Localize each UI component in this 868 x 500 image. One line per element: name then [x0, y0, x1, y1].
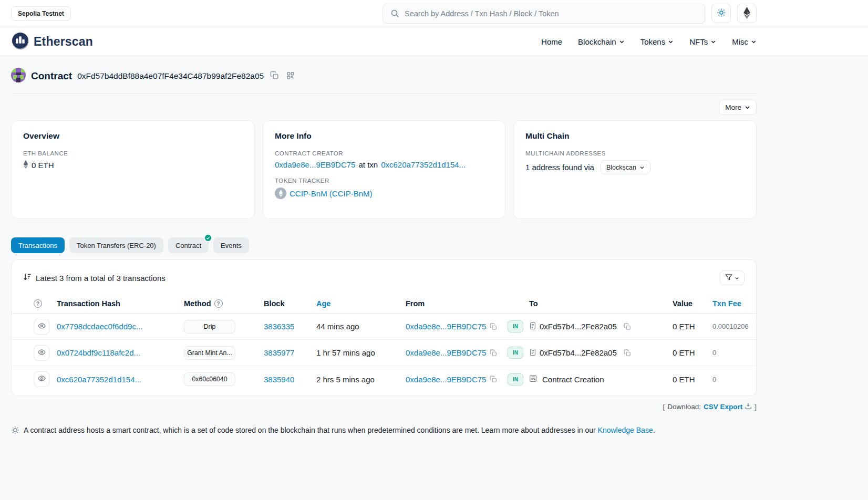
- nav-blockchain[interactable]: Blockchain: [578, 37, 625, 46]
- copy-icon: [270, 71, 279, 81]
- chevron-down-icon: [745, 105, 750, 110]
- contract-address: 0xFd57b4ddBf88a4e07fF4e34C487b99af2Fe82a…: [77, 71, 264, 81]
- txn-hash-link[interactable]: 0x0724bdf9c118afc2d...: [57, 348, 140, 357]
- method-badge[interactable]: 0x60c06040: [184, 372, 235, 386]
- nav-home[interactable]: Home: [541, 37, 562, 46]
- nav-nfts[interactable]: NFTs: [689, 37, 716, 46]
- col-method: Method: [184, 299, 211, 308]
- filter-button[interactable]: [720, 270, 745, 285]
- multichain-addresses-label: MULTICHAIN ADDRESSES: [525, 150, 745, 157]
- info-cards: Overview ETH BALANCE 0 ETH More Info CON…: [11, 120, 757, 219]
- direction-badge: IN: [508, 373, 523, 386]
- txn-fee-text: 0: [712, 349, 716, 357]
- network-badge[interactable]: Sepolia Testnet: [11, 6, 71, 21]
- search-input[interactable]: [405, 9, 698, 18]
- token-tracker-link[interactable]: CCIP-BnM (CCIP-BnM): [290, 189, 373, 198]
- copy-icon[interactable]: [624, 349, 631, 357]
- copy-icon[interactable]: [624, 323, 631, 330]
- csv-export-link[interactable]: CSV Export: [704, 402, 752, 411]
- txn-hash-link[interactable]: 0x7798dcdaec0f6dd9c...: [57, 322, 142, 331]
- eye-preview-button[interactable]: [34, 319, 49, 335]
- verified-check-icon: [204, 234, 212, 242]
- document-icon: [529, 348, 536, 358]
- download-row: [ Download: CSV Export ]: [11, 402, 757, 411]
- network-switch-button[interactable]: [737, 4, 757, 23]
- tab-transactions[interactable]: Transactions: [11, 237, 65, 253]
- download-icon: [745, 402, 752, 411]
- overview-title: Overview: [23, 131, 243, 141]
- copy-icon[interactable]: [490, 376, 497, 383]
- table-row: 0x0724bdf9c118afc2d... Grant Mint An... …: [12, 340, 756, 366]
- blockscan-select[interactable]: Blockscan: [601, 160, 650, 174]
- from-address-link[interactable]: 0xda9e8e...9EB9DC75: [406, 375, 486, 384]
- note-text: A contract address hosts a smart contrac…: [24, 426, 596, 434]
- note-period: .: [653, 426, 655, 434]
- eye-icon: [38, 322, 46, 331]
- creator-txn-link[interactable]: 0xc620a77352d1d154...: [381, 160, 466, 169]
- to-address: 0xFd57b4...2Fe82a05: [540, 322, 617, 331]
- search-bar[interactable]: [383, 4, 705, 24]
- brand-name: Etherscan: [34, 35, 93, 49]
- table-header-row: ? Transaction Hash Method? Block Age Fro…: [12, 294, 756, 314]
- from-address-link[interactable]: 0xda9e8e...9EB9DC75: [406, 348, 486, 357]
- from-address-link[interactable]: 0xda9e8e...9EB9DC75: [406, 322, 486, 331]
- eye-icon: [38, 374, 46, 384]
- title-divider: [11, 93, 757, 93]
- document-icon: [529, 322, 536, 331]
- topbar: Sepolia Testnet: [0, 0, 868, 27]
- col-from: From: [406, 299, 425, 308]
- col-value: Value: [673, 299, 693, 308]
- col-age-sort[interactable]: Age: [316, 299, 330, 308]
- block-link[interactable]: 3835940: [264, 375, 294, 384]
- more-button[interactable]: More: [719, 100, 757, 115]
- creator-middle-text: at txn: [358, 160, 378, 169]
- direction-badge: IN: [508, 347, 523, 359]
- bracket-close: ]: [755, 403, 757, 411]
- token-icon: [275, 188, 286, 199]
- col-block: Block: [264, 299, 285, 308]
- chevron-down-icon: [735, 276, 739, 280]
- method-badge[interactable]: Grant Mint An...: [184, 346, 235, 360]
- copy-icon[interactable]: [490, 349, 497, 357]
- method-badge[interactable]: Drip: [184, 320, 235, 334]
- tab-bar: Transactions Token Transfers (ERC-20) Co…: [11, 237, 757, 253]
- site-header: Etherscan Home Blockchain Tokens NFTs Mi…: [0, 27, 868, 56]
- eth-balance-value: 0 ETH: [32, 161, 54, 170]
- token-tracker-label: TOKEN TRACKER: [275, 178, 493, 184]
- main-nav: Home Blockchain Tokens NFTs Misc: [541, 37, 757, 46]
- chevron-down-icon: [639, 165, 645, 170]
- creator-address-link[interactable]: 0xda9e8e...9EB9DC75: [275, 160, 355, 169]
- table-row: 0x7798dcdaec0f6dd9c... Drip 3836335 44 m…: [12, 314, 756, 340]
- age-text: 44 mins ago: [316, 322, 359, 331]
- theme-toggle-button[interactable]: [711, 4, 731, 23]
- nav-misc[interactable]: Misc: [732, 37, 757, 46]
- txn-hash-link[interactable]: 0xc620a77352d1d154...: [57, 375, 141, 384]
- age-text: 2 hrs 5 mins ago: [316, 375, 375, 384]
- block-link[interactable]: 3836335: [264, 322, 294, 331]
- help-icon[interactable]: ?: [214, 299, 223, 308]
- contract-creation-icon: [529, 374, 537, 384]
- nav-tokens[interactable]: Tokens: [640, 37, 674, 46]
- etherscan-logo-icon: [11, 32, 29, 52]
- col-transaction-hash: Transaction Hash: [57, 299, 120, 308]
- chevron-down-icon: [619, 39, 625, 45]
- etherscan-logo[interactable]: Etherscan: [11, 32, 93, 52]
- tab-contract[interactable]: Contract: [168, 237, 209, 253]
- transactions-card: Latest 3 from a total of 3 transactions …: [11, 259, 757, 396]
- eye-preview-button[interactable]: [34, 371, 49, 387]
- qr-code-button[interactable]: [285, 70, 296, 82]
- block-link[interactable]: 3835977: [264, 348, 294, 357]
- copy-icon[interactable]: [490, 323, 497, 330]
- tab-token-transfers[interactable]: Token Transfers (ERC-20): [69, 237, 163, 253]
- contract-creator-label: CONTRACT CREATOR: [275, 150, 493, 157]
- tab-events[interactable]: Events: [213, 237, 249, 253]
- age-text: 1 hr 57 mins ago: [316, 348, 375, 357]
- knowledge-base-link[interactable]: Knowledge Base: [598, 426, 653, 434]
- search-icon: [389, 8, 400, 19]
- multichain-card: Multi Chain MULTICHAIN ADDRESSES 1 addre…: [513, 120, 757, 219]
- help-icon[interactable]: ?: [34, 299, 42, 308]
- eye-preview-button[interactable]: [34, 345, 49, 361]
- copy-address-button[interactable]: [269, 70, 280, 82]
- col-txn-fee-sort[interactable]: Txn Fee: [712, 299, 741, 308]
- eye-icon: [38, 348, 46, 358]
